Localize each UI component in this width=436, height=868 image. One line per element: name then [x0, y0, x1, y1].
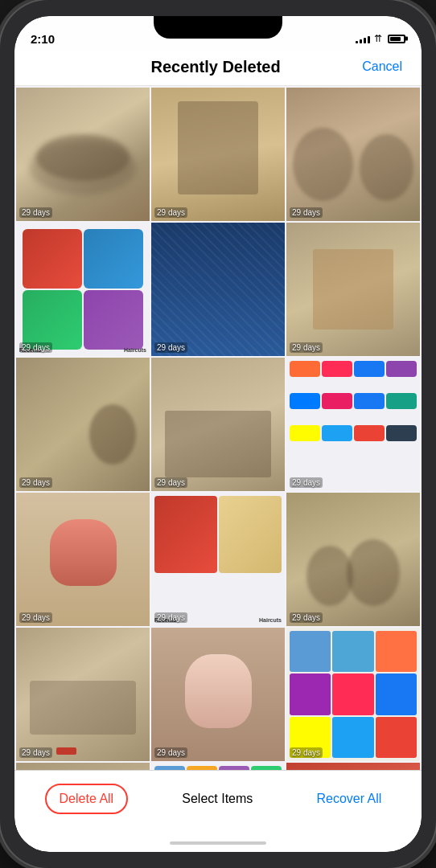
screen-content: 2:10 ⇈ Recently Deleted: [14, 16, 422, 852]
days-label: 29 days: [290, 342, 323, 353]
home-bar: [170, 841, 266, 845]
days-label: 29 days: [154, 612, 187, 623]
days-label: 29 days: [154, 207, 187, 218]
signal-icon: [356, 34, 370, 43]
days-label: 29 days: [290, 207, 323, 218]
days-label: 29 days: [19, 342, 52, 353]
days-label: 29 days: [290, 612, 323, 623]
photo-cell[interactable]: 29 days: [286, 493, 420, 626]
bottom-toolbar: Delete All Select Items Recover All: [14, 770, 422, 834]
days-label: 29 days: [19, 477, 52, 488]
nav-header: Recently Deleted Cancel: [14, 51, 422, 86]
days-label: 29 days: [290, 747, 323, 758]
days-label: 29 days: [154, 747, 187, 758]
photo-cell[interactable]: 29 days: [151, 763, 285, 770]
photo-cell[interactable]: 29 days: [286, 223, 420, 356]
photo-grid: 29 days 29 days 29 days: [14, 86, 422, 770]
phone-screen: 2:10 ⇈ Recently Deleted: [14, 16, 422, 852]
recover-all-button[interactable]: Recover All: [306, 785, 391, 813]
photo-cell[interactable]: 29 days: [16, 493, 150, 626]
page-title: Recently Deleted: [76, 58, 356, 76]
phone-frame: 2:10 ⇈ Recently Deleted: [0, 0, 436, 868]
photo-cell[interactable]: 29 days: [151, 628, 285, 761]
cancel-button[interactable]: Cancel: [356, 56, 409, 77]
photo-cell[interactable]: 29 days: [151, 223, 285, 356]
days-label: 29 days: [154, 477, 187, 488]
select-items-button[interactable]: Select Items: [172, 785, 262, 813]
delete-all-button[interactable]: Delete All: [45, 784, 129, 814]
photo-cell[interactable]: 29 days: [286, 88, 420, 221]
status-time: 2:10: [31, 32, 55, 46]
days-label: 29 days: [19, 207, 52, 218]
photo-cell[interactable]: 29 days: [151, 88, 285, 221]
photo-cell[interactable]: 29 days: [16, 88, 150, 221]
photo-cell[interactable]: 29 days: [286, 358, 420, 491]
photo-cell[interactable]: 29 days: [151, 358, 285, 491]
notch: [154, 16, 282, 39]
wifi-icon: ⇈: [374, 33, 382, 44]
photo-cell[interactable]: 29 days: [16, 358, 150, 491]
photo-cell-highlighted[interactable]: RecentsHaircuts 29 days: [151, 493, 285, 626]
status-icons: ⇈: [356, 33, 405, 44]
photo-cell[interactable]: 29 days: [286, 628, 420, 761]
days-label: 29 days: [154, 342, 187, 353]
battery-icon: [388, 35, 405, 43]
photo-cell[interactable]: 29 days: [286, 763, 420, 770]
days-label: 29 days: [290, 477, 323, 488]
home-indicator: [14, 834, 422, 852]
photo-grid-container[interactable]: 29 days 29 days 29 days: [14, 86, 422, 770]
days-label: 29 days: [19, 747, 52, 758]
photo-cell[interactable]: 29 days: [16, 763, 150, 770]
photo-cell[interactable]: RecentsHaircuts 29 days: [16, 223, 150, 356]
days-label: 29 days: [19, 612, 52, 623]
photo-cell[interactable]: 29 days: [16, 628, 150, 761]
